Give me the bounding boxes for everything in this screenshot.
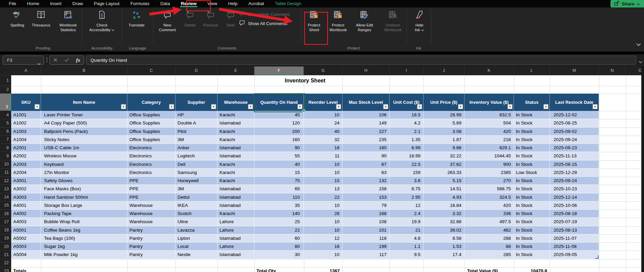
cell-A5[interactable]: A1002 bbox=[11, 119, 41, 127]
cell-J7[interactable]: 1.87 bbox=[423, 136, 464, 144]
cell-I16[interactable]: 2.4 bbox=[390, 210, 423, 218]
table-header-category[interactable]: Category▼ bbox=[127, 94, 175, 111]
cell-J18[interactable]: 39.02 bbox=[423, 226, 464, 234]
cell-G17[interactable]: 10 bbox=[304, 218, 342, 226]
column-header-H[interactable]: H bbox=[342, 66, 390, 75]
cell-J5[interactable]: 5.89 bbox=[423, 119, 464, 127]
show-all-comments-button[interactable]: Show All Comments bbox=[239, 19, 287, 27]
cell-A17[interactable]: A4003 bbox=[11, 218, 41, 226]
cell-I13[interactable]: 8.75 bbox=[390, 185, 423, 193]
cell-A9[interactable]: A2002 bbox=[11, 152, 41, 160]
filter-button[interactable]: ▼ bbox=[169, 104, 174, 109]
cell-L5[interactable]: In Stock bbox=[514, 119, 550, 127]
cell-C17[interactable]: Warehouse bbox=[127, 218, 175, 226]
cell-A6[interactable]: A1003 bbox=[11, 128, 41, 136]
cell-D4[interactable]: HP bbox=[175, 111, 217, 119]
menu-item-data[interactable]: Data bbox=[155, 0, 175, 7]
cell-L4[interactable]: In Stock bbox=[514, 111, 550, 119]
cell-C19[interactable]: Pantry bbox=[127, 234, 175, 242]
protect-workbook-button[interactable]: Protect Workbook bbox=[326, 8, 350, 44]
cell-L9[interactable]: In Stock bbox=[514, 152, 550, 160]
cell-G11[interactable]: 10 bbox=[304, 169, 342, 177]
row-header-15[interactable]: 15 bbox=[0, 201, 11, 210]
cell-F7[interactable]: 160 bbox=[254, 136, 304, 144]
hide-ink-button[interactable]: Hide Ink bbox=[409, 8, 430, 44]
cell-I4[interactable]: 18.5 bbox=[390, 111, 423, 119]
table-header-supplier[interactable]: Supplier▼ bbox=[175, 94, 217, 111]
cell-J12[interactable]: 5.15 bbox=[423, 177, 464, 185]
column-header-E[interactable]: E bbox=[217, 66, 254, 75]
cell-D21[interactable]: Nestle bbox=[175, 251, 217, 259]
cell-G20[interactable]: 16 bbox=[304, 242, 342, 251]
total-qty-value[interactable]: 1367 bbox=[304, 267, 342, 272]
cell-D11[interactable]: Samsung bbox=[175, 169, 217, 177]
cell-H19[interactable]: 118 bbox=[342, 234, 390, 242]
cell-F11[interactable]: 15 bbox=[254, 169, 304, 177]
protect-sheet-button[interactable]: Protect Sheet bbox=[303, 8, 325, 44]
cell-A14[interactable]: A3003 bbox=[11, 193, 41, 201]
menu-item-home[interactable]: Home bbox=[22, 0, 45, 7]
cell-A4[interactable]: A1001 bbox=[11, 111, 41, 119]
cell-C11[interactable]: Electronics bbox=[127, 169, 175, 177]
column-header-J[interactable]: J bbox=[423, 66, 464, 75]
filter-button[interactable]: ▼ bbox=[383, 104, 388, 109]
cell-C16[interactable]: Warehouse bbox=[127, 210, 175, 218]
row-header-3[interactable]: 3 bbox=[0, 94, 11, 111]
cell-A16[interactable]: A4002 bbox=[11, 210, 41, 218]
cell-E15[interactable]: Islamabad bbox=[217, 201, 254, 210]
cell-L8[interactable]: In Stock bbox=[514, 144, 550, 152]
menu-item-file[interactable]: File bbox=[3, 0, 22, 7]
cell-L7[interactable]: In Stock bbox=[514, 136, 550, 144]
cell-D14[interactable]: Dettol bbox=[175, 193, 217, 201]
row-header-13[interactable]: 13 bbox=[0, 185, 11, 193]
cell-F14[interactable]: 110 bbox=[254, 193, 304, 201]
cell-H5[interactable]: 149 bbox=[342, 119, 390, 127]
cell-I8[interactable]: 6.99 bbox=[390, 144, 423, 152]
cell-G18[interactable]: 10 bbox=[304, 226, 342, 234]
cell-I5[interactable]: 4.2 bbox=[390, 119, 423, 127]
filter-button[interactable]: ▼ bbox=[297, 104, 303, 109]
filter-button[interactable]: ▼ bbox=[211, 104, 216, 109]
allow-edit-ranges-button[interactable]: Allow Edit Ranges bbox=[351, 8, 378, 44]
cell-E13[interactable]: Islamabad bbox=[217, 185, 254, 193]
cell-J8[interactable]: 9.66 bbox=[423, 144, 464, 152]
cell-A12[interactable]: A3001 bbox=[11, 177, 41, 185]
cell-I12[interactable]: 3.6 bbox=[390, 177, 423, 185]
cell-A15[interactable]: A4001 bbox=[11, 201, 41, 210]
row-header-14[interactable]: 14 bbox=[0, 193, 11, 201]
column-header-C[interactable]: C bbox=[127, 66, 175, 75]
cell-B8[interactable]: USB-C Cable 1m bbox=[41, 144, 127, 152]
cell-F20[interactable]: 80 bbox=[254, 242, 304, 251]
cell-F17[interactable]: 25 bbox=[254, 218, 304, 226]
cell-M6[interactable]: 2025-09-02 bbox=[550, 128, 599, 136]
cell-G10[interactable]: 10 bbox=[304, 160, 342, 169]
cell-J21[interactable]: 17.4 bbox=[423, 251, 464, 259]
cell-B17[interactable]: Bubble Wrap Roll bbox=[41, 218, 127, 226]
column-header-D[interactable]: D bbox=[175, 66, 217, 75]
table-header-warehouse[interactable]: Warehouse▼ bbox=[217, 94, 254, 111]
row-header-17[interactable]: 17 bbox=[0, 218, 11, 226]
insert-function-icon[interactable]: fx bbox=[76, 57, 80, 63]
cell-D5[interactable]: Double A bbox=[175, 119, 217, 127]
cell-K15[interactable]: 420 bbox=[464, 201, 514, 210]
cell-K17[interactable]: 497.5 bbox=[464, 218, 514, 226]
cell-C6[interactable]: Office Supplies bbox=[127, 128, 175, 136]
cell-H10[interactable]: 67 bbox=[342, 160, 390, 169]
cell-K11[interactable]: 2385 bbox=[464, 169, 514, 177]
row-header-23[interactable]: 23 bbox=[0, 267, 11, 272]
cell-E6[interactable]: Karachi bbox=[217, 128, 254, 136]
table-header-unit-price[interactable]: Unit Price ($)▼ bbox=[423, 94, 464, 111]
cell-M8[interactable]: 2025-09-23 bbox=[550, 144, 599, 152]
cell-A21[interactable]: A5004 bbox=[11, 251, 41, 259]
column-header-A[interactable]: A bbox=[11, 66, 41, 75]
share-button[interactable]: Share bbox=[610, 0, 644, 7]
formula-bar-expand-icon[interactable] bbox=[639, 59, 643, 65]
cell-J9[interactable]: 32.22 bbox=[423, 152, 464, 160]
cell-I20[interactable]: 1.1 bbox=[390, 242, 423, 251]
total-value-label[interactable]: Total Value ($) bbox=[464, 267, 514, 272]
cell-I7[interactable]: 1.35 bbox=[390, 136, 423, 144]
cell-J20[interactable]: 1.53 bbox=[423, 242, 464, 251]
row-header-19[interactable]: 19 bbox=[0, 234, 11, 242]
cell-B9[interactable]: Wireless Mouse bbox=[41, 152, 127, 160]
cell-C14[interactable]: PPE bbox=[127, 193, 175, 201]
